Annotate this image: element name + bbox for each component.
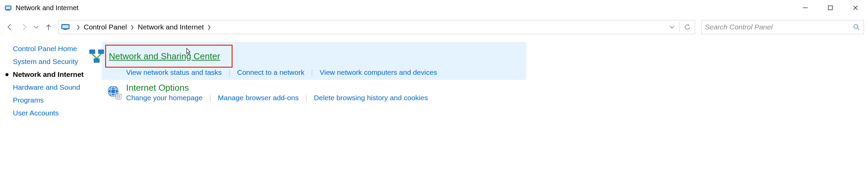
svg-rect-14 [94,58,99,63]
network-internet-icon [61,22,70,32]
network-sharing-icon [88,48,105,66]
up-button[interactable] [43,21,54,33]
close-button[interactable] [843,0,868,16]
chevron-right-icon: ❯ [130,24,134,30]
bullet-icon [5,73,8,76]
annotation-highlight: Network and Sharing Center [105,45,233,68]
window-title: Network and Internet [16,4,793,12]
task-link[interactable]: Manage browser add-ons [218,94,299,102]
search-box[interactable] [701,20,864,34]
search-input[interactable] [705,23,853,31]
recent-locations-button[interactable] [33,21,40,33]
sidebar-item-user-accounts[interactable]: User Accounts [13,109,102,117]
svg-rect-20 [115,94,121,99]
task-link[interactable]: View network computers and devices [320,68,437,76]
sidebar-item-label: Programs [13,96,44,104]
chevron-right-icon: ❯ [207,24,211,30]
maximize-button[interactable] [818,0,843,16]
svg-rect-4 [828,6,832,10]
category-network-sharing-center: Network and Sharing Center View network … [102,42,526,80]
address-bar[interactable]: ❯ Control Panel ❯ Network and Internet ❯ [58,20,695,34]
task-link[interactable]: Connect to a network [237,68,304,76]
svg-rect-8 [63,29,67,30]
sidebar-item-label: User Accounts [13,109,59,117]
breadcrumb: ❯ Control Panel ❯ Network and Internet ❯ [73,23,665,31]
navigation-bar: ❯ Control Panel ❯ Network and Internet ❯ [0,18,868,36]
task-link[interactable]: Delete browsing history and cookies [314,94,428,102]
svg-point-22 [119,95,120,96]
chevron-right-icon: ❯ [76,24,80,30]
svg-point-21 [117,95,118,96]
sidebar-item-label: Network and Internet [13,70,84,79]
window-controls [793,0,868,16]
refresh-button[interactable] [680,21,694,34]
breadcrumb-item[interactable]: Control Panel [84,23,127,31]
search-icon [853,23,860,31]
sidebar-item-label: System and Security [13,58,78,66]
svg-rect-1 [6,10,10,10]
control-panel-icon [4,4,12,12]
sidebar-item-hardware-sound[interactable]: Hardware and Sound [13,83,102,91]
category-title-link[interactable]: Network and Sharing Center [109,51,220,62]
svg-point-10 [854,24,858,28]
sidebar: Control Panel Home System and Security N… [0,42,102,122]
svg-rect-12 [89,49,95,54]
internet-options-icon [105,84,123,102]
svg-line-11 [857,28,860,30]
category-task-links: Change your homepage | Manage browser ad… [126,94,526,102]
category-title-link[interactable]: Internet Options [126,83,189,93]
task-link[interactable]: View network status and tasks [126,68,222,76]
divider: | [229,68,230,76]
svg-rect-13 [98,49,104,54]
svg-line-16 [97,54,101,58]
main-content: Network and Sharing Center View network … [102,42,868,122]
svg-rect-2 [6,6,11,9]
category-internet-options: Internet Options Change your homepage | … [102,80,526,105]
sidebar-item-label: Hardware and Sound [13,83,80,91]
divider: | [311,68,313,76]
forward-button[interactable] [18,21,30,33]
divider: | [305,94,307,102]
sidebar-item-network-internet[interactable]: Network and Internet [13,70,102,79]
task-link[interactable]: Change your homepage [126,94,202,102]
svg-line-15 [92,54,97,58]
titlebar: Network and Internet [0,0,868,16]
sidebar-item-programs[interactable]: Programs [13,96,102,104]
divider [679,22,680,32]
address-history-button[interactable] [665,21,679,34]
sidebar-item-label: Control Panel Home [13,45,77,53]
breadcrumb-item[interactable]: Network and Internet [138,23,204,31]
back-button[interactable] [4,21,16,33]
category-task-links: View network status and tasks | Connect … [126,68,526,76]
minimize-button[interactable] [793,0,818,16]
svg-rect-9 [62,25,69,28]
divider: | [209,94,211,102]
